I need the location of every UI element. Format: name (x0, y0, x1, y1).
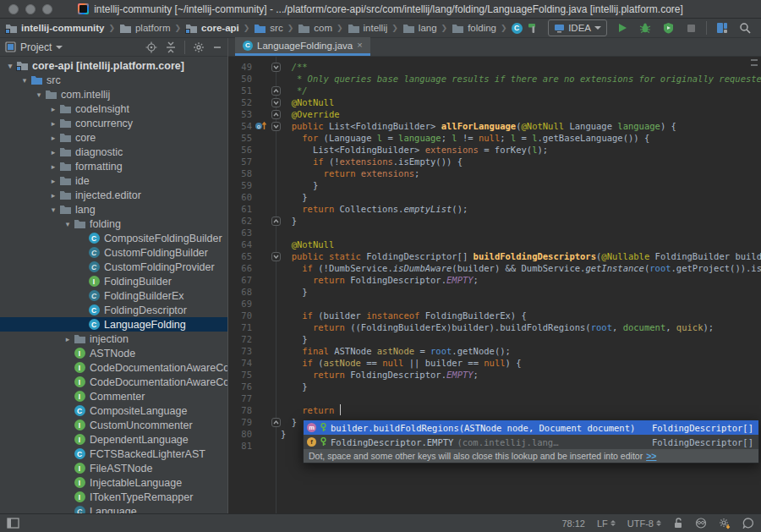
tree-item-customfoldingbuilder[interactable]: CCustomFoldingBuilder (0, 245, 227, 260)
tree-item-label: CustomFoldingProvider (104, 261, 215, 273)
collapse-all-icon[interactable] (165, 41, 177, 53)
run-icon[interactable] (615, 20, 630, 36)
close-window-button[interactable] (8, 4, 19, 14)
package-icon (402, 23, 415, 34)
completion-item[interactable]: fFoldingDescriptor.EMPTY (com.intellij.l… (304, 435, 758, 449)
tree-expand-arrow[interactable]: ▸ (48, 148, 58, 156)
zoom-window-button[interactable] (42, 4, 52, 14)
overriding-method-icon[interactable]: o (255, 120, 267, 132)
tree-item-core-api[interactable]: ▾core-api [intellij.platform.core] (0, 58, 227, 73)
caret-position-widget[interactable]: 78:12 (561, 518, 585, 529)
tree-item-foldingbuilder[interactable]: IFoldingBuilder (0, 274, 227, 288)
tree-item-injection[interactable]: ▸injection (0, 332, 227, 346)
tree-item-commenter[interactable]: ICommenter (0, 389, 227, 403)
breadcrumb-item-intellij-community[interactable]: intellij-community (5, 23, 104, 34)
tree-item-itokentyperemapper[interactable]: IITokenTypeRemapper (0, 490, 227, 504)
tree-expand-arrow[interactable]: ▾ (48, 206, 58, 214)
fold-marker-up[interactable] (271, 217, 281, 226)
tree-item-ide[interactable]: ▸ide (0, 173, 227, 188)
run-with-coverage-icon[interactable] (660, 20, 676, 36)
tree-item-formatting[interactable]: ▸formatting (0, 159, 227, 173)
tree-item-concurrency[interactable]: ▸concurrency (0, 116, 227, 130)
run-configuration-selector[interactable]: IDEA (548, 19, 607, 36)
tree-item-languagefolding[interactable]: CLanguageFolding (0, 317, 227, 332)
hide-panel-icon[interactable] (212, 42, 222, 52)
debug-icon[interactable] (638, 20, 653, 36)
tree-item-fileastnode[interactable]: IFileASTNode (0, 461, 227, 475)
breadcrumb-item-src[interactable]: src (254, 23, 282, 34)
tree-expand-arrow[interactable]: ▸ (48, 119, 58, 128)
tree-item-foldingdescriptor[interactable]: CFoldingDescriptor (0, 303, 227, 317)
tree-item-injectablelanguage[interactable]: IInjectableLanguage (0, 475, 227, 490)
tree-item-fctsbackedlighterast[interactable]: CFCTSBackedLighterAST (0, 447, 227, 461)
build-hammer-icon[interactable] (525, 20, 540, 36)
settings-gear-icon[interactable] (193, 41, 205, 53)
project-structure-icon[interactable] (714, 20, 730, 36)
code-line-75: return FoldingDescriptor.EMPTY; (281, 369, 761, 381)
breadcrumb-item-languagefolding[interactable]: CLanguageFolding (512, 23, 526, 34)
toolwindow-toggle-icon[interactable] (7, 518, 19, 529)
tree-item-core[interactable]: ▸core (0, 130, 227, 145)
tree-expand-arrow[interactable]: ▸ (63, 335, 73, 343)
locate-file-icon[interactable] (145, 41, 157, 53)
tree-item-codeinsight[interactable]: ▸codeInsight (0, 101, 227, 116)
tab-languagefolding-java[interactable]: C LanguageFolding.java × (235, 37, 370, 56)
tree-expand-arrow[interactable]: ▸ (48, 191, 58, 200)
tree-expand-arrow[interactable]: ▸ (48, 105, 58, 113)
tree-expand-arrow[interactable]: ▾ (19, 76, 30, 85)
fold-marker-up[interactable] (271, 86, 281, 96)
fold-marker-down[interactable] (271, 63, 281, 72)
code-editor[interactable]: 49 /**50 * Only queries base language re… (228, 57, 761, 513)
code-line-61: return Collections.emptyList(); (281, 203, 761, 215)
tree-expand-arrow[interactable]: ▾ (63, 220, 73, 228)
tree-item-customfoldingprovider[interactable]: CCustomFoldingProvider (0, 260, 227, 274)
tree-item-compositelanguage[interactable]: CCompositeLanguage (0, 403, 227, 418)
completion-item-selected[interactable]: mbuilder.buildFoldRegions(ASTNode node, … (304, 420, 758, 435)
tree-item-codedocumentationawareco[interactable]: ICodeDocumentationAwareCo (0, 360, 227, 375)
breadcrumb-item-com[interactable]: com (298, 23, 332, 34)
tree-item-folding[interactable]: ▾folding (0, 217, 227, 231)
hector-inspector-icon[interactable] (695, 518, 707, 529)
tree-expand-arrow[interactable]: ▾ (5, 62, 15, 70)
tree-item-src[interactable]: ▾src (0, 73, 227, 87)
tree-item-com.intellij[interactable]: ▾com.intellij (0, 87, 227, 101)
close-tab-icon[interactable]: × (357, 41, 362, 50)
tree-item-language[interactable]: CLanguage (0, 504, 227, 513)
tree-expand-arrow[interactable]: ▾ (34, 90, 44, 99)
event-log-icon[interactable] (742, 518, 754, 529)
lock-open-icon[interactable] (673, 518, 683, 529)
tree-item-codedocumentationawareco[interactable]: ICodeDocumentationAwareCo (0, 375, 227, 389)
breadcrumb-item-platform[interactable]: platform (119, 23, 171, 34)
line-separator-widget[interactable]: LF (597, 518, 616, 529)
breadcrumb-item-intellij[interactable]: intellij (348, 23, 388, 34)
encoding-widget[interactable]: UTF-8 (627, 518, 661, 529)
tree-item-lang[interactable]: ▾lang (0, 202, 227, 217)
update-available-icon[interactable] (719, 518, 731, 529)
tree-expand-arrow[interactable]: ▸ (48, 134, 58, 142)
tree-expand-arrow[interactable]: ▸ (48, 162, 58, 171)
toolbar-divider (706, 21, 707, 35)
fold-marker-up[interactable] (271, 110, 281, 119)
completion-hint-link[interactable]: >> (646, 451, 656, 461)
breadcrumb-item-core-api[interactable]: core-api (185, 23, 239, 34)
breadcrumb-item-folding[interactable]: folding (452, 23, 496, 34)
tree-item-compositefoldingbuilder[interactable]: CCompositeFoldingBuilder (0, 231, 227, 245)
tree-expand-arrow[interactable]: ▸ (48, 177, 58, 185)
tree-item-dependentlanguage[interactable]: IDependentLanguage (0, 432, 227, 447)
minimize-window-button[interactable] (25, 4, 36, 14)
search-everywhere-icon[interactable] (737, 20, 753, 36)
fold-marker-down[interactable] (271, 122, 281, 131)
package-icon (58, 160, 72, 173)
project-view-dropdown[interactable]: Project (20, 41, 63, 53)
tree-item-diagnostic[interactable]: ▸diagnostic (0, 145, 227, 159)
tree-item-astnode[interactable]: IASTNode (0, 346, 227, 360)
breadcrumb-item-lang[interactable]: lang (402, 23, 437, 34)
fold-marker-up[interactable] (271, 418, 281, 427)
stop-icon[interactable] (683, 20, 698, 36)
tree-item-foldingbuilderex[interactable]: CFoldingBuilderEx (0, 288, 227, 303)
fold-marker-down[interactable] (271, 98, 281, 107)
fold-marker-down[interactable] (271, 252, 281, 261)
line-number: 69 (228, 298, 252, 310)
tree-item-injected.editor[interactable]: ▸injected.editor (0, 188, 227, 202)
tree-item-customuncommenter[interactable]: ICustomUncommenter (0, 418, 227, 432)
